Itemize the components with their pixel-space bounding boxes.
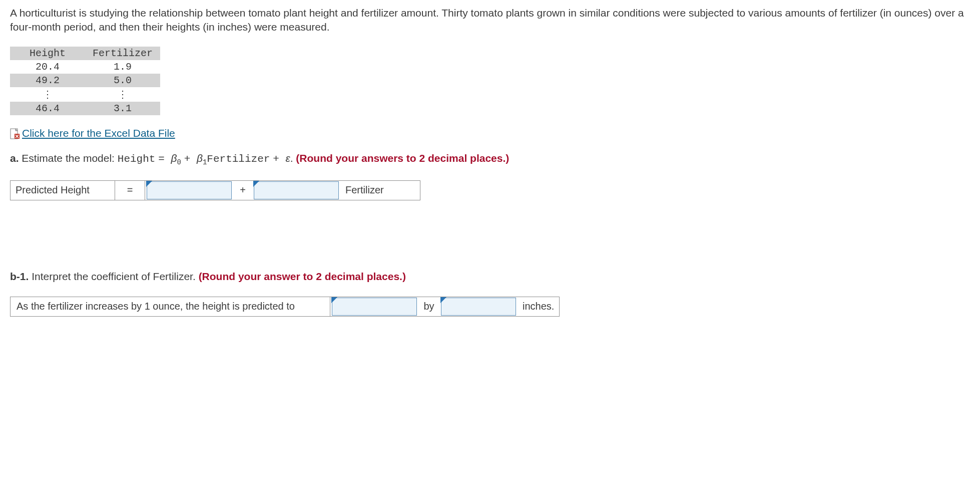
question-text: A horticulturist is studying the relatio… bbox=[10, 6, 970, 35]
amount-input-wrap bbox=[441, 298, 516, 316]
b0-input[interactable] bbox=[147, 181, 232, 199]
beta1: β bbox=[197, 152, 203, 164]
b1-input-wrap bbox=[254, 181, 339, 199]
table-cell: 46.4 bbox=[10, 102, 85, 115]
round-note-b1: (Round your answer to 2 decimal places.) bbox=[199, 271, 406, 282]
input-corner-icon bbox=[440, 297, 446, 303]
part-b1-lead: Interpret the coefficient of Fertilizer. bbox=[32, 271, 198, 282]
plus2: + bbox=[273, 153, 285, 165]
plus-sign: + bbox=[233, 180, 252, 200]
part-a-prompt: a. Estimate the model: Height = β0 + β1F… bbox=[10, 152, 970, 166]
model-x: Fertilizer bbox=[207, 153, 270, 165]
b1-input[interactable] bbox=[254, 181, 339, 199]
part-a-lead: Estimate the model: bbox=[22, 152, 117, 164]
table-cell: 49.2 bbox=[10, 74, 85, 87]
b0-input-wrap bbox=[147, 181, 232, 199]
data-sample-table: Height Fertilizer 20.4 1.9 49.2 5.0 ⋮ ⋮ … bbox=[10, 47, 160, 115]
beta0: β bbox=[171, 152, 177, 164]
table-cell: 5.0 bbox=[85, 74, 160, 87]
table-cell: 1.9 bbox=[85, 60, 160, 74]
direction-input[interactable] bbox=[332, 298, 417, 316]
document-icon bbox=[10, 128, 20, 139]
period: . bbox=[290, 152, 296, 164]
input-corner-icon bbox=[146, 181, 152, 187]
table-row: 49.2 5.0 bbox=[10, 74, 160, 87]
input-corner-icon bbox=[331, 297, 337, 303]
input-corner-icon bbox=[253, 181, 259, 187]
equals-sign: = bbox=[115, 180, 145, 200]
model-lhs: Height bbox=[118, 153, 156, 165]
predicted-height-label: Predicted Height bbox=[10, 180, 115, 200]
round-note-a: (Round your answers to 2 decimal places.… bbox=[296, 152, 509, 164]
table-row: 20.4 1.9 bbox=[10, 60, 160, 74]
model-eq: = bbox=[158, 153, 171, 165]
answer-a-row: Predicted Height = + Fertilizer bbox=[10, 180, 970, 200]
direction-input-wrap bbox=[332, 298, 417, 316]
table-cell: 3.1 bbox=[85, 102, 160, 115]
table-cell: ⋮ bbox=[10, 87, 85, 102]
table-header-fertilizer: Fertilizer bbox=[85, 47, 160, 60]
table-cell: 20.4 bbox=[10, 60, 85, 74]
b1-sentence: As the fertilizer increases by 1 ounce, … bbox=[10, 297, 330, 317]
table-cell: ⋮ bbox=[85, 87, 160, 102]
part-a-label: a. bbox=[10, 152, 19, 164]
plus1: + bbox=[184, 153, 197, 165]
excel-data-file-link[interactable]: Click here for the Excel Data File bbox=[10, 127, 175, 139]
fertilizer-var-label: Fertilizer bbox=[340, 180, 420, 200]
table-header-height: Height bbox=[10, 47, 85, 60]
part-b1-prompt: b-1. Interpret the coefficient of Fertil… bbox=[10, 271, 970, 283]
part-b1-label: b-1. bbox=[10, 271, 29, 282]
table-row: ⋮ ⋮ bbox=[10, 87, 160, 102]
inches-label: inches. bbox=[518, 297, 560, 317]
excel-link-text: Click here for the Excel Data File bbox=[22, 127, 175, 139]
answer-b1-row: As the fertilizer increases by 1 ounce, … bbox=[10, 297, 970, 317]
by-label: by bbox=[418, 297, 439, 317]
amount-input[interactable] bbox=[441, 298, 516, 316]
sub0: 0 bbox=[177, 158, 181, 166]
epsilon: ε bbox=[285, 152, 290, 164]
table-row: 46.4 3.1 bbox=[10, 102, 160, 115]
